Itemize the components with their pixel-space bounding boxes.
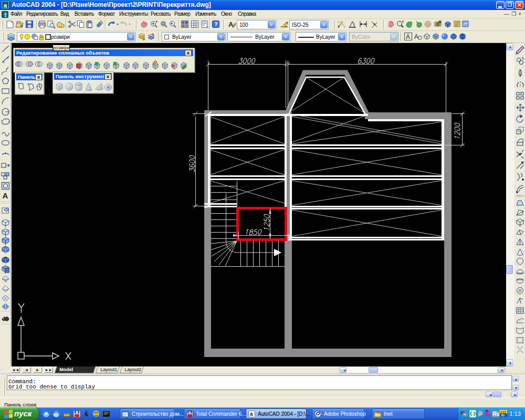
svg-text:XYZ: XYZ [500, 411, 507, 414]
svg-text:A: A [414, 33, 418, 40]
svg-text:Ru: Ru [493, 411, 500, 417]
svg-text:A: A [3, 191, 8, 200]
svg-text:?: ? [214, 21, 218, 27]
svg-text:a: a [250, 411, 253, 417]
svg-text:A: A [406, 33, 410, 40]
svg-text:3D: 3D [501, 414, 505, 417]
